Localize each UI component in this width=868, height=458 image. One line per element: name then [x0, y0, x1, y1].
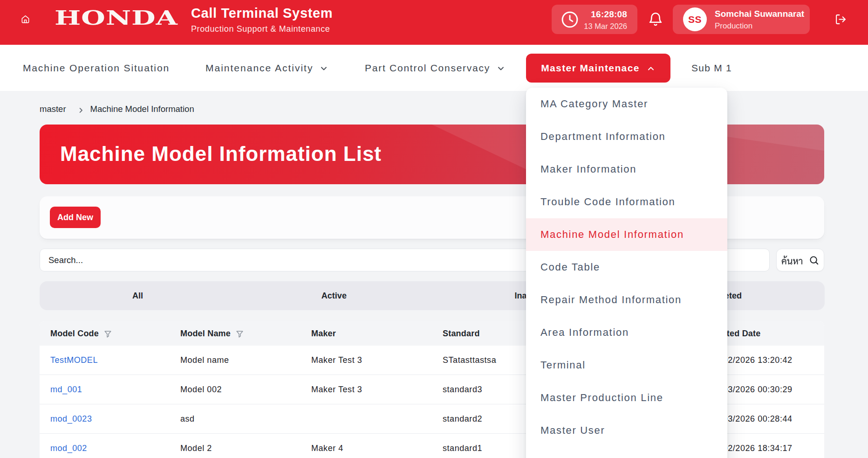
avatar: SS	[683, 7, 707, 31]
tab-all[interactable]: All	[40, 281, 236, 310]
notification-bell-icon[interactable]	[648, 12, 663, 27]
menu-area-information[interactable]: Area Information	[526, 316, 727, 349]
cell-model-code[interactable]: TestMODEL	[50, 346, 98, 375]
clock-icon	[560, 10, 579, 29]
menu-master-production-line[interactable]: Master Production Line	[526, 382, 727, 414]
nav-label: Sub M 1	[691, 62, 732, 74]
cell-standard: standard3	[443, 375, 482, 404]
home-icon[interactable]	[21, 14, 30, 24]
app-header: HONDA Call Terminal System Production Su…	[0, 0, 868, 45]
menu-ma-category-master[interactable]: MA Category Master	[526, 88, 727, 120]
search-button-thai-label	[781, 256, 803, 264]
nav-machine-operation-situation[interactable]: Machine Operation Situation	[23, 45, 170, 91]
clock-date: 13 Mar 2026	[584, 22, 627, 31]
cell-model-name: asd	[180, 404, 195, 433]
chevron-down-icon	[496, 64, 506, 73]
chevron-right-icon	[77, 106, 84, 113]
column-maker: Maker	[311, 321, 336, 346]
filter-icon[interactable]	[103, 330, 112, 339]
app-title: Call Terminal System	[191, 6, 333, 21]
clock-widget: 16:28:08 13 Mar 2026	[552, 5, 637, 34]
add-new-button[interactable]: Add New	[50, 207, 101, 228]
menu-trouble-code-information[interactable]: Trouble Code Information	[526, 186, 727, 218]
nav-sub-m-1[interactable]: Sub M 1	[691, 45, 732, 91]
chevron-up-icon	[646, 64, 656, 73]
chevron-down-icon	[319, 64, 328, 73]
cell-maker: Maker 4	[311, 434, 343, 458]
user-widget[interactable]: SS Somchai Suwannarat Production	[673, 5, 810, 34]
nav-label: Part Control Conservacy	[365, 62, 490, 74]
menu-maker-information[interactable]: Maker Information	[526, 153, 727, 186]
cell-model-code[interactable]: mod_002	[50, 434, 87, 458]
nav-master-maintenance[interactable]: Master Maintenace	[526, 54, 670, 83]
nav-label: Maintenance Activity	[205, 62, 313, 74]
menu-code-table[interactable]: Code Table	[526, 251, 727, 284]
menu-machine-model-information[interactable]: Machine Model Information	[526, 218, 727, 251]
column-model-name: Model Name	[180, 321, 244, 346]
cell-model-name: Model name	[180, 346, 229, 375]
page-title: Machine Model Information List	[60, 142, 382, 166]
search-button[interactable]	[776, 249, 824, 271]
cell-standard: standard1	[443, 434, 482, 458]
nav-maintenance-activity[interactable]: Maintenance Activity	[205, 45, 328, 91]
user-role: Production	[715, 21, 752, 31]
main-nav: Machine Operation Situation Maintenance …	[0, 45, 868, 91]
tab-active[interactable]: Active	[236, 281, 432, 310]
menu-repair-method-information[interactable]: Repair Method Information	[526, 284, 727, 316]
column-label: Model Code	[50, 329, 99, 339]
column-standard: Standard	[443, 321, 480, 346]
breadcrumb-current: Machine Model Information	[90, 104, 194, 114]
menu-terminal[interactable]: Terminal	[526, 349, 727, 382]
filter-icon[interactable]	[235, 330, 244, 339]
column-label: Maker	[311, 329, 336, 339]
cell-model-name: Model 2	[180, 434, 212, 458]
cell-standard: standard2	[443, 404, 482, 433]
breadcrumb-master[interactable]: master	[40, 104, 66, 114]
cell-maker: Maker Test 3	[311, 346, 362, 375]
column-label: Standard	[443, 329, 480, 339]
cell-model-code[interactable]: mod_0023	[50, 404, 92, 433]
cell-maker: Maker Test 3	[311, 375, 362, 404]
column-model-code: Model Code	[50, 321, 112, 346]
column-label: Model Name	[180, 329, 231, 339]
menu-department-information[interactable]: Department Information	[526, 120, 727, 153]
breadcrumb: master Machine Model Information	[40, 92, 194, 126]
cell-standard: STatasttastsa	[443, 346, 496, 375]
nav-label: Master Maintenace	[541, 62, 640, 74]
app-subtitle: Production Support & Maintenance	[191, 24, 330, 34]
cell-model-name: Model 002	[180, 375, 222, 404]
cell-model-code[interactable]: md_001	[50, 375, 82, 404]
clock-time: 16:28:08	[591, 9, 627, 20]
user-name: Somchai Suwannarat	[715, 9, 804, 19]
master-maintenance-dropdown: MA Category Master Department Informatio…	[526, 88, 727, 458]
search-icon	[809, 255, 819, 265]
nav-label: Machine Operation Situation	[23, 62, 170, 74]
menu-master-user[interactable]: Master User	[526, 414, 727, 447]
logout-icon[interactable]	[835, 14, 847, 25]
nav-part-control-conservacy[interactable]: Part Control Conservacy	[365, 45, 506, 91]
page: HONDA Call Terminal System Production Su…	[0, 0, 868, 458]
